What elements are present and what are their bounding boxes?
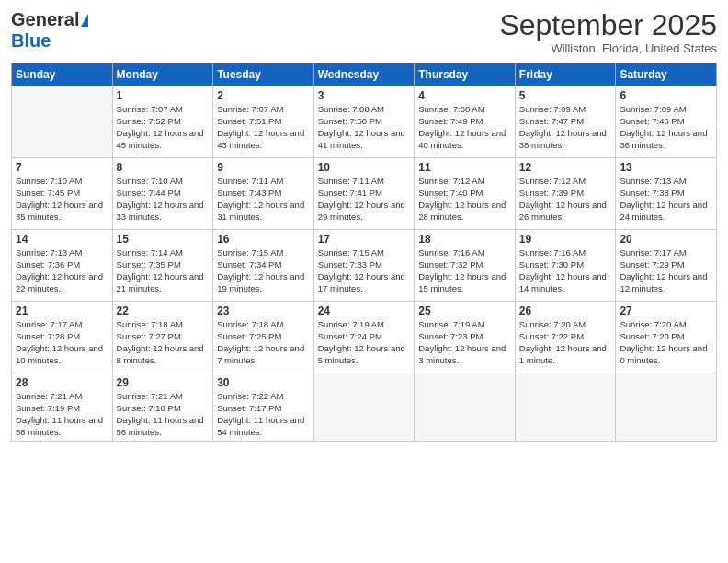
day-number: 10	[318, 161, 411, 174]
day-number: 13	[620, 161, 712, 174]
cell-details: Sunrise: 7:11 AMSunset: 7:41 PMDaylight:…	[318, 176, 411, 223]
cell-details: Sunrise: 7:19 AMSunset: 7:24 PMDaylight:…	[318, 319, 411, 366]
calendar-cell: 23Sunrise: 7:18 AMSunset: 7:25 PMDayligh…	[213, 302, 314, 373]
calendar-cell: 3Sunrise: 7:08 AMSunset: 7:50 PMDaylight…	[313, 86, 415, 158]
calendar-cell: 11Sunrise: 7:12 AMSunset: 7:40 PMDayligh…	[415, 158, 516, 230]
month-title: September 2025	[499, 9, 717, 41]
cell-details: Sunrise: 7:17 AMSunset: 7:28 PMDaylight:…	[16, 319, 108, 366]
calendar-cell: 26Sunrise: 7:20 AMSunset: 7:22 PMDayligh…	[515, 302, 616, 373]
calendar-cell	[616, 373, 717, 442]
cell-details: Sunrise: 7:15 AMSunset: 7:34 PMDaylight:…	[217, 247, 310, 294]
calendar-cell: 9Sunrise: 7:11 AMSunset: 7:43 PMDaylight…	[213, 158, 314, 230]
day-number: 5	[519, 89, 612, 102]
cell-details: Sunrise: 7:13 AMSunset: 7:38 PMDaylight:…	[620, 176, 712, 223]
calendar-cell	[313, 373, 415, 442]
header-row: Sunday Monday Tuesday Wednesday Thursday…	[12, 63, 717, 86]
calendar-cell: 29Sunrise: 7:21 AMSunset: 7:18 PMDayligh…	[112, 373, 213, 442]
calendar-cell: 8Sunrise: 7:10 AMSunset: 7:44 PMDaylight…	[112, 158, 213, 230]
calendar-cell: 22Sunrise: 7:18 AMSunset: 7:27 PMDayligh…	[112, 302, 213, 373]
cell-details: Sunrise: 7:10 AMSunset: 7:44 PMDaylight:…	[117, 176, 210, 223]
cell-details: Sunrise: 7:10 AMSunset: 7:45 PMDaylight:…	[16, 176, 108, 223]
cell-details: Sunrise: 7:07 AMSunset: 7:52 PMDaylight:…	[117, 104, 210, 151]
day-number: 8	[117, 161, 210, 174]
calendar-cell	[415, 373, 516, 442]
col-thursday: Thursday	[415, 63, 516, 86]
week-row-4: 21Sunrise: 7:17 AMSunset: 7:28 PMDayligh…	[12, 302, 717, 373]
calendar-cell: 5Sunrise: 7:09 AMSunset: 7:47 PMDaylight…	[515, 86, 616, 158]
day-number: 9	[217, 161, 310, 174]
day-number: 17	[318, 233, 411, 246]
col-wednesday: Wednesday	[313, 63, 415, 86]
calendar-cell: 2Sunrise: 7:07 AMSunset: 7:51 PMDaylight…	[213, 86, 314, 158]
calendar-cell: 21Sunrise: 7:17 AMSunset: 7:28 PMDayligh…	[12, 302, 113, 373]
col-monday: Monday	[112, 63, 213, 86]
calendar-cell: 16Sunrise: 7:15 AMSunset: 7:34 PMDayligh…	[213, 230, 314, 302]
calendar-cell: 14Sunrise: 7:13 AMSunset: 7:36 PMDayligh…	[12, 230, 113, 302]
day-number: 30	[217, 376, 310, 389]
calendar-cell: 15Sunrise: 7:14 AMSunset: 7:35 PMDayligh…	[112, 230, 213, 302]
day-number: 29	[117, 376, 210, 389]
day-number: 4	[418, 89, 511, 102]
week-row-3: 14Sunrise: 7:13 AMSunset: 7:36 PMDayligh…	[12, 230, 717, 302]
logo-general: General	[11, 9, 79, 30]
cell-details: Sunrise: 7:18 AMSunset: 7:25 PMDaylight:…	[217, 319, 310, 366]
cell-details: Sunrise: 7:22 AMSunset: 7:17 PMDaylight:…	[217, 391, 310, 438]
calendar-cell: 24Sunrise: 7:19 AMSunset: 7:24 PMDayligh…	[313, 302, 415, 373]
day-number: 25	[418, 304, 511, 317]
header: General Blue September 2025 Williston, F…	[11, 9, 717, 55]
day-number: 3	[318, 89, 411, 102]
day-number: 6	[620, 89, 712, 102]
day-number: 7	[16, 161, 108, 174]
day-number: 24	[318, 304, 411, 317]
calendar-table: Sunday Monday Tuesday Wednesday Thursday…	[11, 63, 717, 442]
calendar-cell: 1Sunrise: 7:07 AMSunset: 7:52 PMDaylight…	[112, 86, 213, 158]
day-number: 23	[217, 304, 310, 317]
location: Williston, Florida, United States	[499, 41, 717, 55]
calendar-cell: 20Sunrise: 7:17 AMSunset: 7:29 PMDayligh…	[616, 230, 717, 302]
cell-details: Sunrise: 7:12 AMSunset: 7:39 PMDaylight:…	[519, 176, 612, 223]
calendar-cell: 17Sunrise: 7:15 AMSunset: 7:33 PMDayligh…	[313, 230, 415, 302]
calendar-cell: 27Sunrise: 7:20 AMSunset: 7:20 PMDayligh…	[616, 302, 717, 373]
week-row-1: 1Sunrise: 7:07 AMSunset: 7:52 PMDaylight…	[12, 86, 717, 158]
calendar-cell	[12, 86, 113, 158]
cell-details: Sunrise: 7:21 AMSunset: 7:18 PMDaylight:…	[117, 391, 210, 438]
day-number: 2	[217, 89, 310, 102]
day-number: 14	[16, 233, 108, 246]
calendar-cell: 19Sunrise: 7:16 AMSunset: 7:30 PMDayligh…	[515, 230, 616, 302]
logo-triangle-icon	[81, 14, 88, 27]
cell-details: Sunrise: 7:07 AMSunset: 7:51 PMDaylight:…	[217, 104, 310, 151]
cell-details: Sunrise: 7:18 AMSunset: 7:27 PMDaylight:…	[117, 319, 210, 366]
cell-details: Sunrise: 7:16 AMSunset: 7:30 PMDaylight:…	[519, 247, 612, 294]
logo: General Blue	[11, 9, 88, 52]
calendar-cell: 13Sunrise: 7:13 AMSunset: 7:38 PMDayligh…	[616, 158, 717, 230]
cell-details: Sunrise: 7:21 AMSunset: 7:19 PMDaylight:…	[16, 391, 108, 438]
calendar-cell: 25Sunrise: 7:19 AMSunset: 7:23 PMDayligh…	[415, 302, 516, 373]
col-sunday: Sunday	[12, 63, 113, 86]
calendar-cell: 10Sunrise: 7:11 AMSunset: 7:41 PMDayligh…	[313, 158, 415, 230]
cell-details: Sunrise: 7:16 AMSunset: 7:32 PMDaylight:…	[418, 247, 511, 294]
logo-blue: Blue	[11, 30, 51, 52]
calendar-cell: 4Sunrise: 7:08 AMSunset: 7:49 PMDaylight…	[415, 86, 516, 158]
day-number: 16	[217, 233, 310, 246]
calendar-cell: 30Sunrise: 7:22 AMSunset: 7:17 PMDayligh…	[213, 373, 314, 442]
cell-details: Sunrise: 7:09 AMSunset: 7:47 PMDaylight:…	[519, 104, 612, 151]
calendar-cell: 12Sunrise: 7:12 AMSunset: 7:39 PMDayligh…	[515, 158, 616, 230]
page-container: General Blue September 2025 Williston, F…	[0, 0, 728, 449]
day-number: 26	[519, 304, 612, 317]
calendar-cell: 6Sunrise: 7:09 AMSunset: 7:46 PMDaylight…	[616, 86, 717, 158]
cell-details: Sunrise: 7:20 AMSunset: 7:22 PMDaylight:…	[519, 319, 612, 366]
calendar-cell: 18Sunrise: 7:16 AMSunset: 7:32 PMDayligh…	[415, 230, 516, 302]
week-row-5: 28Sunrise: 7:21 AMSunset: 7:19 PMDayligh…	[12, 373, 717, 442]
cell-details: Sunrise: 7:13 AMSunset: 7:36 PMDaylight:…	[16, 247, 108, 294]
day-number: 18	[418, 233, 511, 246]
col-tuesday: Tuesday	[213, 63, 314, 86]
day-number: 19	[519, 233, 612, 246]
day-number: 20	[620, 233, 712, 246]
day-number: 11	[418, 161, 511, 174]
cell-details: Sunrise: 7:12 AMSunset: 7:40 PMDaylight:…	[418, 176, 511, 223]
cell-details: Sunrise: 7:09 AMSunset: 7:46 PMDaylight:…	[620, 104, 712, 151]
cell-details: Sunrise: 7:20 AMSunset: 7:20 PMDaylight:…	[620, 319, 712, 366]
cell-details: Sunrise: 7:17 AMSunset: 7:29 PMDaylight:…	[620, 247, 712, 294]
cell-details: Sunrise: 7:19 AMSunset: 7:23 PMDaylight:…	[418, 319, 511, 366]
calendar-cell: 7Sunrise: 7:10 AMSunset: 7:45 PMDaylight…	[12, 158, 113, 230]
